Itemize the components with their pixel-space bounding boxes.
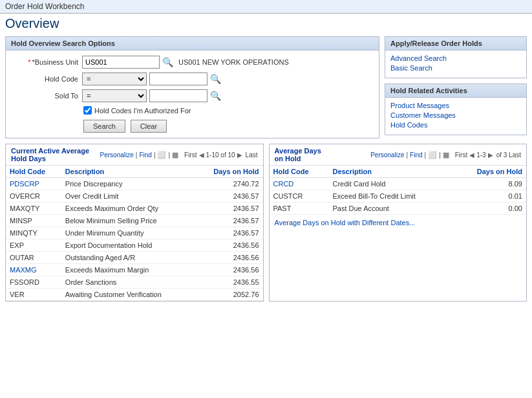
sold-to-label: Sold To [14,92,78,100]
average-days-table-nav: Personalize | Find | ⬜ | ▦ First ◀ 1-3 ▶… [370,151,521,159]
clear-button[interactable]: Clear [131,120,167,133]
days-cell: 2436.55 [195,276,262,289]
hold-code-cell: OUTAR [6,252,61,264]
business-unit-row: *Business Unit 🔍 US001 NEW YORK OPERATIO… [14,56,371,69]
average-days-table-header: Average Days on Hold Personalize | Find … [270,144,527,166]
right-panels: Apply/Release Order Holds Advanced Searc… [385,36,527,138]
days-cell: 2436.56 [195,252,262,264]
search-button-row: Search Clear [83,120,371,133]
table-row: MAXMGExceeds Maximum Margin2436.56 [6,264,263,276]
hold-codes-checkbox-label: Hold Codes I'm Authorized For [94,107,191,115]
description-cell: Order Sanctions [61,276,195,289]
top-content-area: Hold Overview Search Options *Business U… [0,34,532,141]
avg-description-cell: Past Due Account [328,203,453,215]
avg-hold-code-cell-link[interactable]: CRCD [273,180,294,188]
description-cell: Below Minimum Selling Price [61,215,195,227]
average-days-next-arrow[interactable]: ▶ [488,151,493,159]
table-row: VERAwaiting Customer Verification2052.76 [6,289,263,301]
hold-code-cell-link[interactable]: PDSCRP [10,180,39,188]
average-days-title: Average Days on Hold [275,147,321,162]
apply-release-panel: Apply/Release Order Holds Advanced Searc… [385,36,527,78]
hold-code-cell: VER [6,289,61,301]
current-active-grid-icon[interactable]: ▦ [172,151,178,159]
current-active-table-header: Current Active Average Hold Days Persona… [6,144,263,166]
table-row: OUTAROutstanding Aged A/R2436.56 [6,252,263,264]
current-active-prev-arrow[interactable]: ◀ [199,151,204,159]
table-row: CUSTCRExceed Bill-To Credit Limit0.01 [270,190,527,203]
description-cell: Over Credit Limit [61,190,195,203]
avg-days-cell: 0.01 [453,190,526,203]
days-cell: 2436.57 [195,203,262,215]
average-days-table-panel: Average Days on Hold Personalize | Find … [269,144,527,302]
hold-code-cell: EXP [6,239,61,252]
current-active-title: Current Active Average Hold Days [11,147,89,162]
table-row: MINQTYUnder Minimum Quantity2436.57 [6,227,263,239]
average-days-export-icon[interactable]: ⬜ [428,151,437,159]
hold-code-lookup-icon[interactable]: 🔍 [210,74,221,84]
business-unit-label: *Business Unit [14,58,78,66]
sold-to-input[interactable] [149,89,207,102]
average-days-personalize-link[interactable]: Personalize [370,151,404,159]
days-cell: 2436.56 [195,264,262,276]
current-active-export-icon[interactable]: ⬜ [157,151,166,159]
description-cell: Awaiting Customer Verification [61,289,195,301]
description-cell: Export Documentation Hold [61,239,195,252]
hold-code-cell: MINSP [6,215,61,227]
business-unit-lookup-icon[interactable]: 🔍 [162,57,173,67]
average-days-grid-icon[interactable]: ▦ [443,151,449,159]
avg-col-description: Description [328,166,453,178]
hold-code-cell: FSSORD [6,276,61,289]
business-unit-desc: US001 NEW YORK OPERATIONS [178,58,289,66]
basic-search-link[interactable]: Basic Search [390,64,521,72]
col-days-on-hold: Days on Hold [195,166,262,178]
customer-messages-link[interactable]: Customer Messages [390,111,521,119]
search-panel-header: Hold Overview Search Options [6,37,379,50]
description-cell: Outstanding Aged A/R [61,252,195,264]
sold-to-select[interactable]: = contains begins with [82,89,147,102]
hold-code-select[interactable]: = contains begins with [82,72,147,85]
avg-col-hold-code: Hold Code [270,166,329,178]
table-row: MAXQTYExceeds Maximum Order Qty2436.57 [6,203,263,215]
hold-code-cell: OVERCR [6,190,61,203]
current-active-table-header-row: Hold Code Description Days on Hold [6,166,263,178]
table-row: CRCDCredit Card Hold8.09 [270,178,527,190]
current-active-table: Hold Code Description Days on Hold PDSCR… [6,166,263,301]
current-active-personalize-link[interactable]: Personalize [100,151,134,159]
sold-to-lookup-icon[interactable]: 🔍 [210,91,221,101]
hold-codes-link[interactable]: Hold Codes [390,121,521,129]
table-row: OVERCROver Credit Limit2436.57 [6,190,263,203]
business-unit-input[interactable] [82,56,160,69]
product-messages-link[interactable]: Product Messages [390,102,521,109]
avg-description-cell: Exceed Bill-To Credit Limit [328,190,453,203]
average-days-table-header-row: Hold Code Description Days on Hold [270,166,527,178]
hold-codes-checkbox[interactable] [83,106,92,115]
avg-hold-code-cell: CUSTCR [270,190,329,203]
hold-code-input[interactable] [149,72,207,85]
col-description: Description [61,166,195,178]
average-days-table-body: CRCDCredit Card Hold8.09CUSTCRExceed Bil… [270,178,527,215]
apply-release-body: Advanced Search Basic Search [385,50,526,78]
col-hold-code: Hold Code [6,166,61,178]
hold-codes-checkbox-row: Hold Codes I'm Authorized For [83,106,371,115]
average-days-table: Hold Code Description Days on Hold CRCDC… [270,166,527,215]
table-row: PDSCRPPrice Discrepancy2740.72 [6,178,263,190]
hold-related-header: Hold Related Activities [385,84,526,98]
average-days-prev-arrow[interactable]: ◀ [469,151,474,159]
avg-days-footer-link[interactable]: Average Days on Hold with Different Date… [270,215,527,230]
current-active-next-arrow[interactable]: ▶ [237,151,242,159]
hold-code-cell-link[interactable]: MAXMG [10,266,37,274]
table-row: FSSORDOrder Sanctions2436.55 [6,276,263,289]
current-active-find-link[interactable]: Find [139,151,151,159]
avg-hold-code-cell: PAST [270,203,329,215]
description-cell: Price Discrepancy [61,178,195,190]
advanced-search-link[interactable]: Advanced Search [390,54,521,62]
search-button[interactable]: Search [83,120,125,133]
days-cell: 2436.57 [195,190,262,203]
hold-code-row: Hold Code = contains begins with 🔍 [14,72,371,85]
avg-col-days-on-hold: Days on Hold [453,166,526,178]
search-panel: Hold Overview Search Options *Business U… [5,36,379,138]
description-cell: Exceeds Maximum Order Qty [61,203,195,215]
breadcrumb-text: Order Hold Workbench [5,2,85,11]
average-days-find-link[interactable]: Find [410,151,422,159]
hold-code-cell: MAXQTY [6,203,61,215]
